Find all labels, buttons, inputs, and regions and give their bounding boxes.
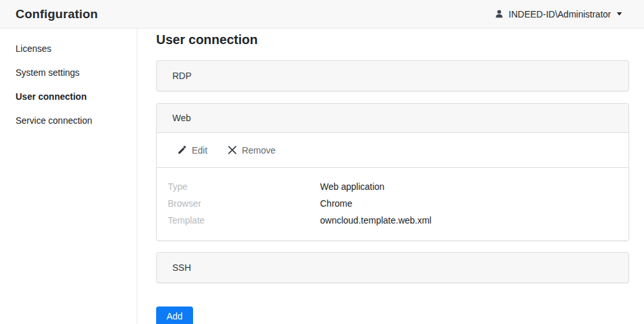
field-row-template: Template owncloud.template.web.xml (157, 212, 628, 229)
field-value-browser: Chrome (320, 198, 352, 209)
page-title: User connection (156, 31, 629, 48)
user-menu[interactable]: INDEED-ID\Administrator (494, 9, 622, 19)
field-label-type: Type (168, 181, 320, 192)
edit-button-label: Edit (192, 145, 207, 156)
field-label-template: Template (168, 215, 320, 226)
remove-button-label: Remove (242, 145, 275, 156)
panel-web-label: Web (172, 113, 191, 123)
user-name-label: INDEED-ID\Administrator (509, 9, 611, 19)
field-value-template: owncloud.template.web.xml (320, 215, 431, 226)
field-row-browser: Browser Chrome (157, 195, 628, 212)
caret-down-icon (617, 12, 622, 16)
x-icon (228, 146, 236, 154)
panel-web-header[interactable]: Web (157, 104, 628, 133)
remove-button[interactable]: Remove (228, 145, 275, 156)
app-title: Configuration (16, 7, 98, 21)
panel-ssh[interactable]: SSH (156, 252, 629, 283)
edit-button[interactable]: Edit (177, 145, 207, 156)
pencil-icon (177, 145, 187, 155)
panel-ssh-label: SSH (172, 262, 191, 273)
main-content: User connection RDP Web (137, 29, 644, 324)
sidebar-item-system-settings[interactable]: System settings (0, 60, 137, 84)
sidebar-item-licenses[interactable]: Licenses (0, 36, 137, 60)
field-label-browser: Browser (168, 198, 320, 209)
web-toolbar: Edit Remove (157, 133, 628, 168)
sidebar-nav: Licenses System settings User connection… (0, 29, 137, 324)
sidebar-item-service-connection[interactable]: Service connection (0, 108, 137, 132)
add-button[interactable]: Add (156, 307, 193, 324)
panel-web: Web Edit (156, 103, 629, 241)
panel-rdp-label: RDP (172, 71, 192, 81)
person-icon (494, 9, 504, 19)
top-header-bar: Configuration INDEED-ID\Administrator (0, 0, 644, 29)
panel-rdp[interactable]: RDP (156, 60, 629, 91)
panel-web-body: Edit Remove Type Web applica (157, 133, 628, 240)
field-value-type: Web application (320, 181, 384, 192)
sidebar-item-user-connection[interactable]: User connection (0, 84, 137, 108)
web-fields: Type Web application Browser Chrome Temp… (157, 168, 628, 240)
field-row-type: Type Web application (157, 178, 628, 195)
